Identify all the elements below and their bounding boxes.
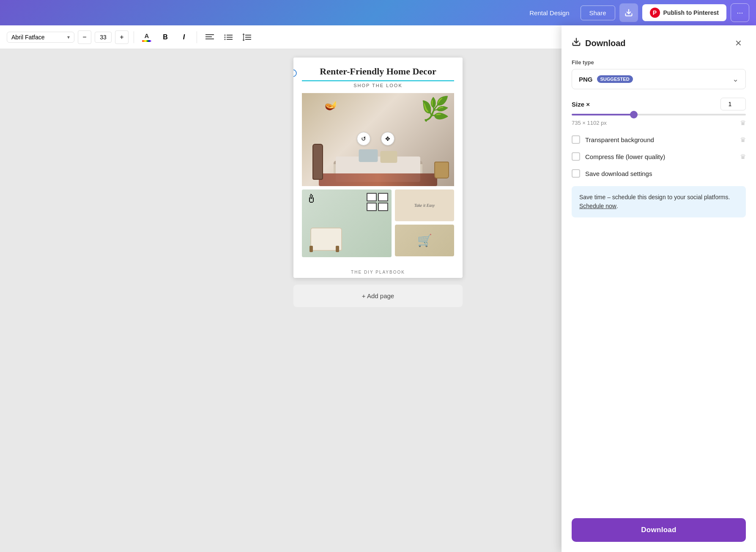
compress-file-crown: ♛ xyxy=(740,153,746,161)
file-type-dropdown[interactable]: PNG SUGGESTED ⌄ xyxy=(572,69,746,89)
design-card: Renter-Friendly Home Decor SHOP THE LOOK… xyxy=(293,58,463,278)
size-section: Size × 735 × 1102 px ♛ xyxy=(572,98,746,127)
chair-leg-right xyxy=(336,246,339,252)
file-type-name: PNG xyxy=(579,76,593,83)
compress-file-checkbox[interactable] xyxy=(572,152,580,161)
more-options-button[interactable]: ··· xyxy=(731,3,749,22)
design-subtitle: SHOP THE LOOK xyxy=(302,83,454,88)
transparent-bg-checkbox[interactable] xyxy=(572,135,580,144)
line-spacing-button[interactable] xyxy=(239,30,255,45)
design-footer: THE DIY PLAYBOOK xyxy=(293,266,463,278)
floor-lamp: 🕯 xyxy=(305,192,317,206)
italic-button[interactable]: I xyxy=(176,30,192,45)
svg-point-6 xyxy=(225,36,226,38)
font-dropdown-chevron: ▾ xyxy=(67,34,70,40)
size-header: Size × xyxy=(572,98,746,110)
compress-file-label: Compress file (lower quality) xyxy=(585,153,665,160)
file-type-section: File type PNG SUGGESTED ⌄ xyxy=(572,59,746,89)
panel-header: Download ✕ xyxy=(572,36,746,51)
toolbar-divider-1 xyxy=(134,31,134,43)
compress-file-left: Compress file (lower quality) xyxy=(572,152,665,161)
living-left-image: 🕯 xyxy=(302,189,392,257)
panel-spacer xyxy=(572,226,746,510)
sign-box: Take it Easy xyxy=(395,189,454,221)
svg-point-8 xyxy=(225,38,226,40)
transparent-bg-crown: ♛ xyxy=(740,136,746,144)
pillow-1 xyxy=(359,149,378,162)
living-section: 🕯 Take it Easy xyxy=(302,189,454,257)
font-size-decrease-button[interactable]: − xyxy=(78,30,91,44)
rug-decoration xyxy=(319,173,437,186)
bedroom-image: 🌿 🪔 xyxy=(302,93,454,186)
size-slider[interactable] xyxy=(572,114,746,115)
svg-point-4 xyxy=(225,34,226,36)
wall-frames xyxy=(367,193,388,211)
size-multiplier-input[interactable] xyxy=(720,98,746,110)
save-settings-option: Save download settings xyxy=(572,169,746,178)
publish-pinterest-button[interactable]: P Publish to Pinterest xyxy=(642,4,726,21)
schedule-text: Save time – schedule this design to your… xyxy=(579,194,730,200)
font-selector[interactable]: Abril Fatface ▾ xyxy=(7,32,74,43)
living-right-column: Take it Easy 🛒 xyxy=(395,189,454,257)
size-label: Size × xyxy=(572,101,590,108)
panel-close-button[interactable]: ✕ xyxy=(731,36,746,51)
frame-3 xyxy=(367,203,377,211)
download-icon-button[interactable] xyxy=(619,3,638,22)
crown-icon: ♛ xyxy=(740,119,746,127)
download-panel: Download ✕ File type PNG SUGGESTED ⌄ Siz… xyxy=(562,25,756,552)
align-icon xyxy=(205,34,214,41)
basket-decoration xyxy=(434,162,449,179)
suggested-badge: SUGGESTED xyxy=(597,75,633,83)
schedule-now-link[interactable]: Schedule now xyxy=(579,203,616,209)
size-dims-row: 735 × 1102 px ♛ xyxy=(572,119,746,127)
tree-decoration: 🌿 xyxy=(421,95,450,123)
text-color-button[interactable]: A xyxy=(139,30,154,45)
font-size-input[interactable] xyxy=(95,32,112,43)
schedule-banner: Save time – schedule this design to your… xyxy=(572,186,746,217)
cart-inner: 🛒 xyxy=(395,225,454,256)
top-bar: Rental Design Share P Publish to Pintere… xyxy=(0,0,756,25)
save-settings-checkbox[interactable] xyxy=(572,169,580,178)
cart-box: 🛒 xyxy=(395,225,454,256)
pillows xyxy=(359,149,397,163)
text-align-button[interactable] xyxy=(202,30,217,45)
chair-leg-left xyxy=(310,246,313,252)
bedroom-placeholder: 🌿 🪔 xyxy=(302,93,454,186)
size-dimensions: 735 × 1102 px xyxy=(572,120,607,126)
font-size-increase-button[interactable]: + xyxy=(115,30,129,44)
file-type-label: File type xyxy=(572,59,746,66)
pinterest-logo: P xyxy=(650,8,660,18)
panel-title: Download xyxy=(585,38,626,48)
rental-design-button[interactable]: Rental Design xyxy=(523,6,576,20)
list-icon xyxy=(224,34,233,41)
design-card-content: Renter-Friendly Home Decor SHOP THE LOOK… xyxy=(293,58,463,266)
cart-icon: 🛒 xyxy=(417,233,432,247)
list-button[interactable] xyxy=(221,30,236,45)
download-arrow-icon xyxy=(625,8,633,17)
add-page-button[interactable]: + Add page xyxy=(293,285,463,307)
size-slider-wrap xyxy=(572,114,746,115)
file-type-chevron: ⌄ xyxy=(732,74,739,84)
panel-title-wrap: Download xyxy=(572,37,626,49)
lamp-decoration: 🪔 xyxy=(323,98,340,113)
compress-file-option: Compress file (lower quality) ♛ xyxy=(572,152,746,161)
frame-4 xyxy=(378,203,388,211)
pillow-2 xyxy=(381,151,397,163)
color-bar xyxy=(142,40,151,42)
mirror-decoration xyxy=(312,144,323,180)
text-color-a-label: A xyxy=(145,32,149,39)
transparent-bg-label: Transparent background xyxy=(585,136,654,143)
transparent-bg-left: Transparent background xyxy=(572,135,654,144)
rotate-handle-button[interactable]: ↺ xyxy=(357,132,370,146)
sign-text: Take it Easy xyxy=(414,203,435,208)
font-name: Abril Fatface xyxy=(11,34,66,41)
download-button[interactable]: Download xyxy=(572,518,746,542)
share-button[interactable]: Share xyxy=(581,5,615,20)
panel-download-icon xyxy=(572,37,581,49)
transparent-bg-option: Transparent background ♛ xyxy=(572,135,746,144)
more-icon: ··· xyxy=(737,8,743,17)
schedule-suffix: . xyxy=(616,203,618,209)
spacing-icon xyxy=(243,33,251,41)
design-title: Renter-Friendly Home Decor xyxy=(302,66,454,81)
bold-button[interactable]: B xyxy=(158,30,173,45)
